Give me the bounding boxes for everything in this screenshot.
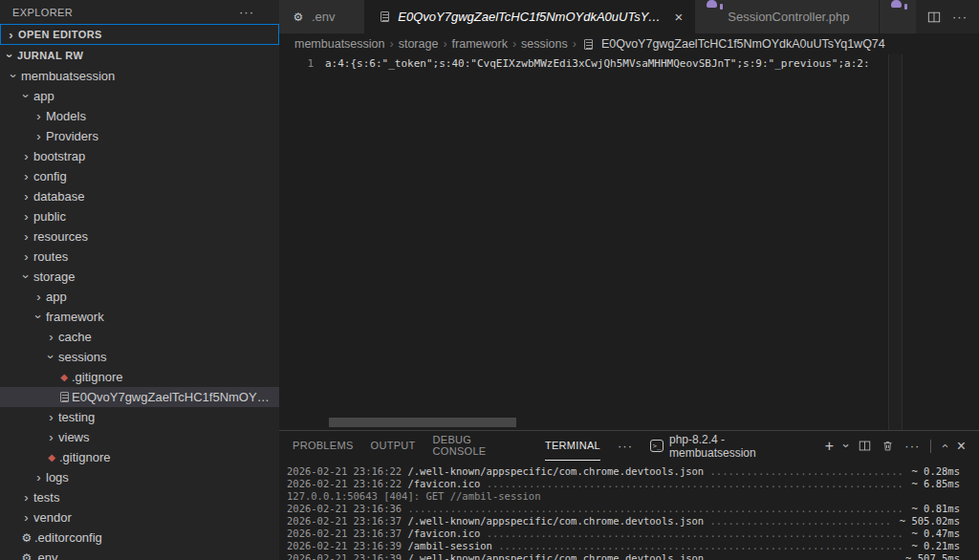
panel-tab-debug-console[interactable]: DEBUG CONSOLE (433, 431, 528, 461)
breadcrumb-label: membuatsession (294, 37, 385, 51)
tab-e0qvoy7gwgzaeltchc1f5nmoydka0uutsyq1wq74[interactable]: E0QvoY7gwgZaelTcHC1f5NmOYdkA0uUTsYq1wQ74 (365, 0, 695, 33)
breadcrumb-item-framework[interactable]: framework (452, 37, 508, 51)
breadcrumb-item-membuatsession[interactable]: membuatsession (294, 37, 385, 51)
tree-item-env[interactable]: .env (0, 548, 279, 560)
split-editor-icon[interactable] (927, 11, 941, 24)
tree-item-app[interactable]: app (0, 287, 279, 307)
tree-item-label: .gitignore (72, 370, 128, 384)
breadcrumb-item-storage[interactable]: storage (399, 37, 439, 51)
tree-item-label: .env (34, 550, 64, 560)
tree-item-bootstrap[interactable]: bootstrap (0, 146, 279, 166)
panel-tab-problems[interactable]: PROBLEMS (293, 431, 354, 461)
tree-item-label: tests (33, 490, 65, 505)
tree-item-logs[interactable]: logs (0, 467, 279, 487)
terminal-path: /.well-known/appspecific/com.chrome.devt… (402, 465, 709, 478)
close-panel-icon[interactable] (957, 439, 966, 454)
breadcrumb-separator: › (512, 37, 516, 51)
terminal-line: 127.0.0.1:50643 [404]: GET //ambil-sessi… (287, 490, 960, 503)
chevron-icon (19, 250, 33, 263)
tree-item-models[interactable]: Models (0, 106, 279, 126)
breadcrumb-item-sessions[interactable]: sessions (521, 37, 568, 51)
more-actions-icon[interactable] (904, 440, 920, 452)
tree-item-label: config (33, 169, 73, 183)
tab-w[interactable]: w (880, 0, 916, 33)
workspace-section[interactable]: JURNAL RW (0, 45, 279, 66)
editor-tab-bar: .env E0QvoY7gwgZaelTcHC1f5NmOYdkA0uUTsYq… (279, 0, 979, 33)
chevron-icon (32, 311, 46, 323)
tree-item-views[interactable]: views (0, 427, 279, 447)
editor-vertical-scrollbar[interactable] (888, 54, 903, 430)
panel-tab-bar: PROBLEMSOUTPUTDEBUG CONSOLETERMINAL ··· … (279, 431, 979, 461)
tree-item-sessions[interactable]: sessions (0, 347, 279, 367)
tree-item-editorconfig[interactable]: .editorconfig (0, 528, 279, 548)
tab-env[interactable]: .env (279, 0, 365, 33)
chevron-icon (19, 230, 33, 243)
tree-item-gitignore[interactable]: .gitignore (0, 367, 279, 387)
file-icon (377, 0, 392, 33)
terminal-line: 2026-02-21 23:16:37 /favicon.ico .......… (287, 528, 960, 540)
tree-item-storage[interactable]: storage (0, 267, 279, 287)
tree-item-providers[interactable]: Providers (0, 126, 279, 146)
tab-label: E0QvoY7gwgZaelTcHC1f5NmOYdkA0uUTsYq1wQ74 (398, 10, 664, 24)
tree-item-testing[interactable]: testing (0, 407, 279, 427)
open-editors-section[interactable]: OPEN EDITORS (0, 24, 279, 45)
new-terminal-button[interactable] (825, 439, 834, 454)
tree-item-cache[interactable]: cache (0, 327, 279, 347)
tree-item-public[interactable]: public (0, 206, 279, 226)
tree-item-database[interactable]: database (0, 186, 279, 206)
editor-horizontal-scrollbar[interactable] (329, 418, 516, 427)
tree-item-label: resources (33, 229, 94, 244)
terminal-path: /favicon.ico (402, 528, 487, 540)
tree-item-framework[interactable]: framework (0, 307, 279, 327)
more-actions-icon[interactable]: ··· (952, 10, 968, 24)
tree-item-vendor[interactable]: vendor (0, 507, 279, 528)
terminal-timestamp: 2026-02-21 23:16:36 (287, 503, 402, 515)
maximize-panel-icon[interactable] (942, 440, 946, 452)
terminal-output[interactable]: 2026-02-21 23:16:22 /.well-known/appspec… (279, 461, 979, 560)
tree-item-config[interactable]: config (0, 166, 279, 186)
chevron-down-icon (3, 50, 17, 62)
panel-tab-output[interactable]: OUTPUT (371, 431, 416, 461)
terminal-timestamp: 2026-02-21 23:16:39 (287, 540, 402, 552)
workspace-label: JURNAL RW (17, 50, 83, 61)
breadcrumb: membuatsession › storage › framework › s… (279, 33, 979, 54)
breadcrumb-label: framework (452, 37, 508, 51)
kill-terminal-icon[interactable] (881, 440, 894, 452)
chevron-icon (19, 491, 33, 504)
tree-item-e0qvoy7gwgzaeltchc1f5nmoydka0uutsyq1wq74[interactable]: E0QvoY7gwgZaelTcHC1f5NmOYdkA0uUTsYq1wQ74 (0, 387, 279, 407)
tree-item-app[interactable]: app (0, 86, 279, 106)
split-terminal-icon[interactable] (859, 440, 871, 452)
php-icon (707, 0, 722, 33)
terminal-dropdown-icon[interactable] (844, 440, 848, 452)
terminal-duration: ~ 0.81ms (905, 503, 960, 515)
chevron-icon (19, 150, 33, 162)
tree-item-label: Models (46, 109, 92, 123)
editor-content[interactable]: 1 a:4:{s:6:"_token";s:40:"CvqEIXzwbMWzEd… (279, 54, 979, 430)
chevron-icon (19, 511, 33, 524)
tree-item-tests[interactable]: tests (0, 487, 279, 507)
tree-item-routes[interactable]: routes (0, 247, 279, 267)
more-actions-icon[interactable]: ··· (618, 431, 633, 461)
tab-label: SessionController.php (728, 10, 849, 24)
tree-item-membuatsession[interactable]: membuatsession (0, 66, 279, 86)
shell-selector[interactable]: php-8.2.4 - membuatsession (650, 433, 815, 460)
tab-sessioncontroller-php[interactable]: SessionController.php (695, 0, 880, 33)
chevron-icon (32, 291, 46, 303)
more-actions-icon[interactable]: ··· (239, 5, 254, 19)
terminal-line: 2026-02-21 23:16:37 /.well-known/appspec… (287, 515, 960, 528)
panel-tab-terminal[interactable]: TERMINAL (545, 431, 600, 461)
editor-area: .env E0QvoY7gwgZaelTcHC1f5NmOYdkA0uUTsYq… (279, 0, 979, 560)
breadcrumb-separator: › (443, 37, 446, 51)
terminal-timestamp: 2026-02-21 23:16:37 (287, 515, 402, 528)
tab-label: .env (312, 10, 336, 24)
terminal-line: 2026-02-21 23:16:22 /.well-known/appspec… (287, 465, 960, 478)
chevron-icon (19, 170, 33, 183)
tree-item-resources[interactable]: resources (0, 226, 279, 247)
close-icon[interactable] (675, 10, 684, 24)
git-icon (44, 447, 59, 467)
shell-label: php-8.2.4 - membuatsession (669, 433, 815, 460)
terminal-line: 2026-02-21 23:16:36 ....................… (287, 503, 960, 515)
file-tree: membuatsession app Models Providers boot… (0, 66, 279, 560)
breadcrumb-item-e0qvoy7gwgzaeltchc1f5nmoydka0uutsyq1wq74[interactable]: E0QvoY7gwgZaelTcHC1f5NmOYdkA0uUTsYq1wQ74 (581, 37, 885, 51)
tree-item-gitignore[interactable]: .gitignore (0, 447, 279, 467)
